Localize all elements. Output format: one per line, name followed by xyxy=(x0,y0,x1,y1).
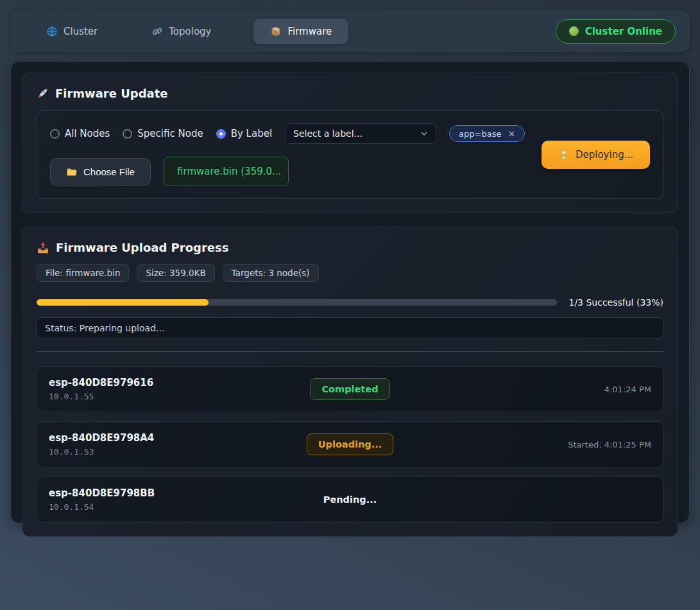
deploy-controls-left: All Nodes Specific Node By Label Select … xyxy=(50,123,529,186)
node-name: esp-840D8E9798A4 xyxy=(49,432,307,444)
label-select-placeholder: Select a label... xyxy=(293,128,363,139)
node-name: esp-840D8E979616 xyxy=(49,377,310,388)
folder-icon xyxy=(66,166,77,177)
radio-label: By Label xyxy=(231,128,272,139)
remove-tag-icon[interactable]: × xyxy=(508,128,515,139)
nav-tab-label: Cluster xyxy=(64,26,98,37)
radio-by-label[interactable]: By Label xyxy=(216,128,272,139)
node-identity: esp-840D8E9798BB 10.0.1.54 xyxy=(49,487,312,512)
divider xyxy=(37,351,663,352)
radio-label: All Nodes xyxy=(65,128,110,139)
chevron-down-icon xyxy=(420,130,428,137)
green-circle-icon xyxy=(569,26,579,36)
nav-tab-label: Firmware xyxy=(287,26,332,37)
deploy-button-label: Deploying... xyxy=(576,149,633,161)
radio-all-nodes[interactable]: All Nodes xyxy=(50,128,110,139)
rocket-icon xyxy=(37,87,49,100)
target-mode-row: All Nodes Specific Node By Label Select … xyxy=(50,123,529,144)
card-title-text: Firmware Upload Progress xyxy=(56,241,228,254)
link-icon xyxy=(151,26,163,37)
node-ip: 10.0.1.54 xyxy=(49,502,312,512)
radio-label: Specific Node xyxy=(137,128,203,139)
node-ip: 10.0.1.55 xyxy=(49,392,310,401)
node-identity: esp-840D8E979616 10.0.1.55 xyxy=(49,377,310,401)
radio-specific-node[interactable]: Specific Node xyxy=(123,128,203,139)
choose-file-button[interactable]: Choose File xyxy=(50,158,151,186)
file-meta-badge: File: firmware.bin xyxy=(37,264,129,282)
size-meta-badge: Size: 359.0KB xyxy=(137,264,214,282)
cluster-status-badge[interactable]: Cluster Online xyxy=(556,19,676,44)
label-tag-app-base[interactable]: app=base × xyxy=(449,125,525,142)
node-name: esp-840D8E9798BB xyxy=(49,487,312,499)
node-identity: esp-840D8E9798A4 10.0.1.53 xyxy=(49,432,307,457)
cluster-status-label: Cluster Online xyxy=(585,26,662,37)
choose-file-label: Choose File xyxy=(83,166,135,177)
package-icon xyxy=(270,26,282,37)
top-nav: Cluster Topology Firmware xyxy=(10,10,690,52)
node-row[interactable]: esp-840D8E9798A4 10.0.1.53 Uploading... … xyxy=(37,421,663,467)
node-ip: 10.0.1.53 xyxy=(49,447,307,457)
progress-bar-fill xyxy=(37,299,209,306)
upload-meta-row: File: firmware.bin Size: 359.0KB Targets… xyxy=(37,264,663,282)
progress-bar xyxy=(37,299,557,306)
node-status-badge: Pending... xyxy=(312,489,388,510)
progress-label: 1/3 Successful (33%) xyxy=(568,297,663,308)
radio-checked-icon xyxy=(216,129,226,139)
targets-meta-badge: Targets: 3 node(s) xyxy=(223,264,319,282)
nav-tab-label: Topology xyxy=(169,26,211,37)
progress-row: 1/3 Successful (33%) xyxy=(37,297,663,308)
status-line: Status: Preparing upload... xyxy=(37,317,663,339)
nav-tab-topology[interactable]: Topology xyxy=(140,19,223,44)
radio-icon xyxy=(123,129,132,139)
globe-icon xyxy=(46,26,58,37)
node-row[interactable]: esp-840D8E979616 10.0.1.55 Completed 4:0… xyxy=(37,366,663,412)
node-row[interactable]: esp-840D8E9798BB 10.0.1.54 Pending... xyxy=(37,476,663,523)
firmware-update-card: Firmware Update All Nodes Specific Node xyxy=(22,73,678,213)
page: Cluster Topology Firmware xyxy=(0,0,700,534)
firmware-update-title: Firmware Update xyxy=(37,87,663,100)
deploy-button[interactable]: Deploying... xyxy=(542,141,650,169)
upload-progress-card: Firmware Upload Progress File: firmware.… xyxy=(22,227,678,537)
label-select[interactable]: Select a label... xyxy=(285,123,436,144)
node-timestamp: Started: 4:01:25 PM xyxy=(568,440,651,449)
upload-tray-icon xyxy=(37,241,49,254)
main-panel: Firmware Update All Nodes Specific Node xyxy=(10,61,690,523)
node-timestamp: 4:01:24 PM xyxy=(604,385,651,394)
card-title-text: Firmware Update xyxy=(55,87,168,100)
selected-file-chip[interactable]: firmware.bin (359.0... xyxy=(164,157,289,186)
label-tag-text: app=base xyxy=(459,129,501,139)
nav-tab-firmware[interactable]: Firmware xyxy=(253,19,348,44)
file-row: Choose File firmware.bin (359.0... xyxy=(50,157,529,186)
hourglass-icon xyxy=(558,150,569,161)
nav-tab-cluster[interactable]: Cluster xyxy=(35,19,109,44)
upload-progress-title: Firmware Upload Progress xyxy=(37,241,663,254)
node-status-badge: Uploading... xyxy=(307,433,393,455)
node-list: esp-840D8E979616 10.0.1.55 Completed 4:0… xyxy=(37,366,663,523)
node-status-badge: Completed xyxy=(310,378,389,400)
deploy-controls: All Nodes Specific Node By Label Select … xyxy=(37,110,663,199)
radio-icon xyxy=(50,129,60,139)
